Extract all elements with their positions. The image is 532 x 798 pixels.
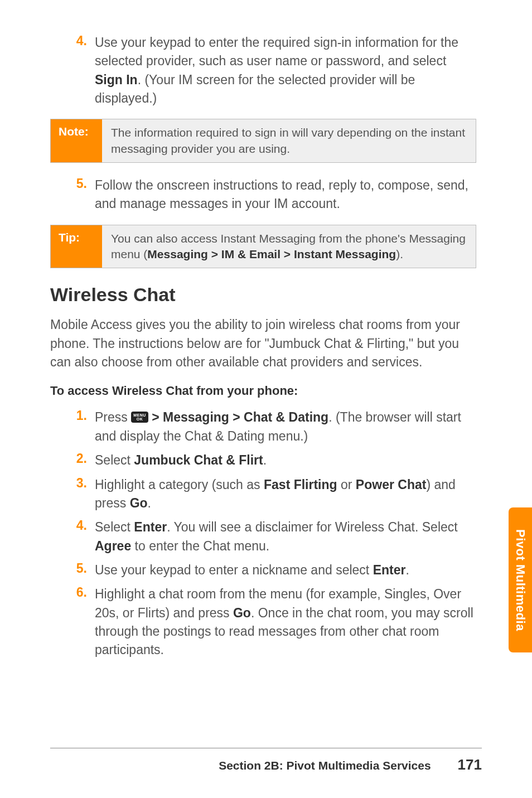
list-number: 1. [68,408,95,446]
side-tab-label: Pivot Multimedia [513,529,528,631]
sub-heading: To access Wireless Chat from your phone: [50,384,476,398]
section-heading: Wireless Chat [50,284,476,306]
text: Use your keypad to enter a nickname and … [95,563,373,577]
text: or [337,477,356,492]
ordered-list-top-cont: 5. Follow the onscreen instructions to r… [68,176,476,214]
list-item: 6. Highlight a chat room from the menu (… [68,585,476,659]
text: . [405,563,409,577]
text: . You will see a disclaimer for Wireless… [167,520,458,534]
list-item: 1. Press MENUOK > Messaging > Chat & Dat… [68,408,476,446]
bold-text: Go [130,496,148,510]
list-item: 3. Highlight a category (such as Fast Fl… [68,476,476,513]
list-body: Press MENUOK > Messaging > Chat & Dating… [95,408,476,446]
icon-top: MENU [133,413,146,417]
bold-text: Enter [134,520,167,534]
page-footer: Section 2B: Pivot Multimedia Services 17… [50,748,482,773]
list-body: Follow the onscreen instructions to read… [95,176,476,214]
bold-text: Messaging > IM & Email > Instant Messagi… [147,248,396,260]
ordered-list-top: 4. Use your keypad to enter the required… [68,33,476,108]
bold-text: Power Chat [356,477,427,492]
text: Select [95,520,134,534]
text: Use your keypad to enter the required si… [95,35,458,68]
list-number: 4. [68,33,95,108]
list-item: 2. Select Jumbuck Chat & Flirt. [68,451,476,470]
note-callout: Note: The information required to sign i… [50,119,476,163]
footer-page-number: 171 [458,756,482,773]
text: Highlight a category (such as [95,477,264,492]
text: Press [95,410,131,424]
list-body: Highlight a chat room from the menu (for… [95,585,476,659]
bold-text: Go [233,606,251,620]
tip-callout: Tip: You can also access Instant Messagi… [50,225,476,269]
tip-body: You can also access Instant Messaging fr… [102,225,476,268]
text: . [148,496,151,510]
list-number: 2. [68,451,95,470]
body-paragraph: Mobile Access gives you the ability to j… [50,316,476,371]
text: ). [396,248,403,260]
text: . [263,453,267,467]
icon-bottom: OK [133,417,146,421]
bold-text: > Messaging > Chat & Dating [148,410,328,424]
bold-text: Agree [95,539,131,553]
list-body: Select Jumbuck Chat & Flirt. [95,451,476,470]
list-item: 4. Select Enter. You will see a disclaim… [68,518,476,555]
list-item: 5. Use your keypad to enter a nickname a… [68,561,476,579]
note-body: The information required to sign in will… [102,119,476,162]
text: . (Your IM screen for the selected provi… [95,72,415,105]
bold-text: Sign In [95,72,138,87]
bold-text: Jumbuck Chat & Flirt [134,453,263,467]
steps-list: 1. Press MENUOK > Messaging > Chat & Dat… [68,408,476,659]
text: Select [95,453,134,467]
list-body: Highlight a category (such as Fast Flirt… [95,476,476,513]
list-number: 5. [68,561,95,579]
bold-text: Fast Flirting [264,477,337,492]
side-tab: Pivot Multimedia [509,507,532,652]
list-number: 4. [68,518,95,555]
menu-ok-icon: MENUOK [131,412,148,423]
list-body: Use your keypad to enter the required si… [95,33,476,108]
list-number: 5. [68,176,95,214]
list-body: Select Enter. You will see a disclaimer … [95,518,476,555]
text: to enter the Chat menu. [131,539,269,553]
list-number: 6. [68,585,95,659]
list-number: 3. [68,476,95,513]
list-item: 5. Follow the onscreen instructions to r… [68,176,476,214]
tip-label: Tip: [51,225,102,268]
list-item: 4. Use your keypad to enter the required… [68,33,476,108]
list-body: Use your keypad to enter a nickname and … [95,561,476,579]
note-label: Note: [51,119,102,162]
page-content: 4. Use your keypad to enter the required… [0,0,532,798]
footer-section-title: Section 2B: Pivot Multimedia Services [219,759,431,772]
bold-text: Enter [373,563,406,577]
